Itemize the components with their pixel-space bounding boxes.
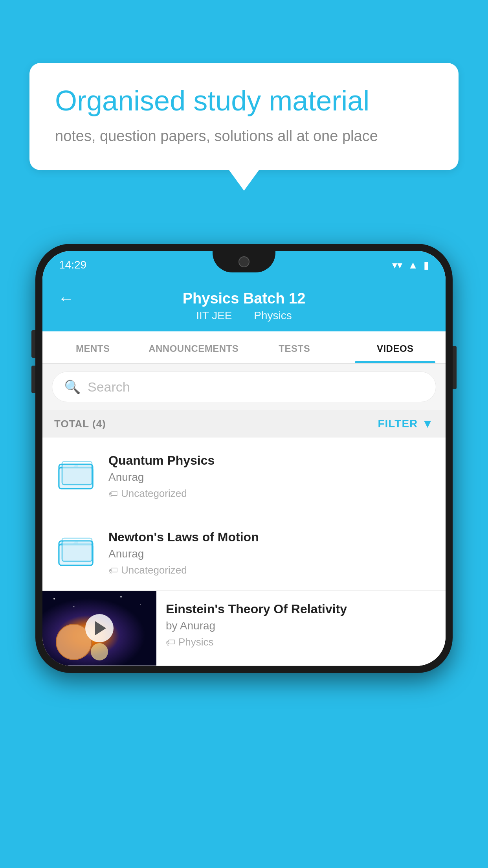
tag-icon: 🏷 <box>108 488 118 499</box>
battery-icon: ▮ <box>424 259 429 271</box>
subtitle-physics: Physics <box>254 309 292 322</box>
video-info-3: Einstein's Theory Of Relativity by Anura… <box>156 591 446 659</box>
list-item[interactable]: Newton's Laws of Motion Anurag 🏷 Uncateg… <box>42 514 446 591</box>
notch <box>213 251 275 272</box>
tag-icon: 🏷 <box>166 637 175 648</box>
video-info-2: Newton's Laws of Motion Anurag 🏷 Uncateg… <box>108 528 434 576</box>
tab-tests[interactable]: TESTS <box>244 331 345 363</box>
status-bar: 14:29 ▾▾ ▲ ▮ <box>42 251 446 279</box>
svg-point-15 <box>91 643 108 660</box>
video-title-3: Einstein's Theory Of Relativity <box>166 602 436 616</box>
search-placeholder: Search <box>88 379 130 395</box>
video-thumbnail-2 <box>54 528 97 572</box>
front-camera <box>238 256 250 267</box>
video-author-1: Anurag <box>108 471 434 484</box>
filter-icon: ▼ <box>422 417 434 430</box>
video-author-3: by Anurag <box>166 620 436 632</box>
filter-label: FILTER <box>378 417 418 430</box>
list-item[interactable]: Einstein's Theory Of Relativity by Anura… <box>42 591 446 666</box>
play-icon <box>95 621 106 635</box>
video-tag-2: 🏷 Uncategorized <box>108 564 434 576</box>
video-thumbnail-1 <box>54 452 97 495</box>
svg-point-10 <box>73 606 75 607</box>
power-button <box>453 346 457 389</box>
video-author-2: Anurag <box>108 548 434 560</box>
video-list: Quantum Physics Anurag 🏷 Uncategorized <box>42 438 446 666</box>
video-tag-1: 🏷 Uncategorized <box>108 487 434 500</box>
tab-ments[interactable]: MENTS <box>42 331 143 363</box>
tag-icon: 🏷 <box>108 565 118 576</box>
status-time: 14:29 <box>59 259 86 271</box>
video-info-1: Quantum Physics Anurag 🏷 Uncategorized <box>108 452 434 500</box>
tag-label-1: Uncategorized <box>121 487 187 500</box>
svg-point-11 <box>120 596 122 598</box>
search-bar[interactable]: 🔍 Search <box>52 371 436 402</box>
svg-point-12 <box>140 604 141 605</box>
page-title: Physics Batch 12 <box>183 290 306 307</box>
signal-icon: ▲ <box>408 259 418 271</box>
speech-bubble-container: Organised study material notes, question… <box>29 63 459 170</box>
app-header: ← Physics Batch 12 IIT JEE Physics <box>42 279 446 331</box>
tabs-bar: MENTS ANNOUNCEMENTS TESTS VIDEOS <box>42 331 446 364</box>
speech-bubble: Organised study material notes, question… <box>29 63 459 170</box>
filter-button[interactable]: FILTER ▼ <box>378 417 434 430</box>
bubble-subtitle: notes, question papers, solutions all at… <box>55 126 433 147</box>
tab-announcements[interactable]: ANNOUNCEMENTS <box>143 331 244 363</box>
volume-down-button <box>31 366 35 393</box>
video-title-1: Quantum Physics <box>108 453 434 468</box>
tag-label-3: Physics <box>178 636 214 648</box>
back-button[interactable]: ← <box>58 290 74 307</box>
svg-rect-7 <box>62 541 92 561</box>
phone-outer: 14:29 ▾▾ ▲ ▮ ← Physics Batch 12 IIT JEE … <box>35 244 453 673</box>
search-icon: 🔍 <box>64 379 81 395</box>
list-item[interactable]: Quantum Physics Anurag 🏷 Uncategorized <box>42 438 446 514</box>
phone-mockup: 14:29 ▾▾ ▲ ▮ ← Physics Batch 12 IIT JEE … <box>35 244 453 673</box>
play-button[interactable] <box>85 614 114 642</box>
subtitle-iitjee: IIT JEE <box>196 309 232 322</box>
wifi-icon: ▾▾ <box>392 259 402 271</box>
bubble-title: Organised study material <box>55 85 433 117</box>
video-thumbnail-3 <box>42 591 156 666</box>
volume-up-button <box>31 330 35 358</box>
tab-videos[interactable]: VIDEOS <box>345 331 446 363</box>
video-title-2: Newton's Laws of Motion <box>108 530 434 544</box>
search-container: 🔍 Search <box>42 364 446 410</box>
filter-bar: TOTAL (4) FILTER ▼ <box>42 410 446 438</box>
phone-screen: 14:29 ▾▾ ▲ ▮ ← Physics Batch 12 IIT JEE … <box>42 251 446 666</box>
folder-icon <box>58 532 94 568</box>
total-count: TOTAL (4) <box>54 418 106 430</box>
folder-icon <box>58 456 94 491</box>
tag-label-2: Uncategorized <box>121 564 187 576</box>
header-subtitle: IIT JEE Physics <box>191 309 297 322</box>
svg-point-9 <box>53 598 55 600</box>
status-icons: ▾▾ ▲ ▮ <box>392 259 429 271</box>
video-tag-3: 🏷 Physics <box>166 636 436 648</box>
header-row: ← Physics Batch 12 <box>58 290 430 307</box>
svg-rect-3 <box>62 464 92 485</box>
